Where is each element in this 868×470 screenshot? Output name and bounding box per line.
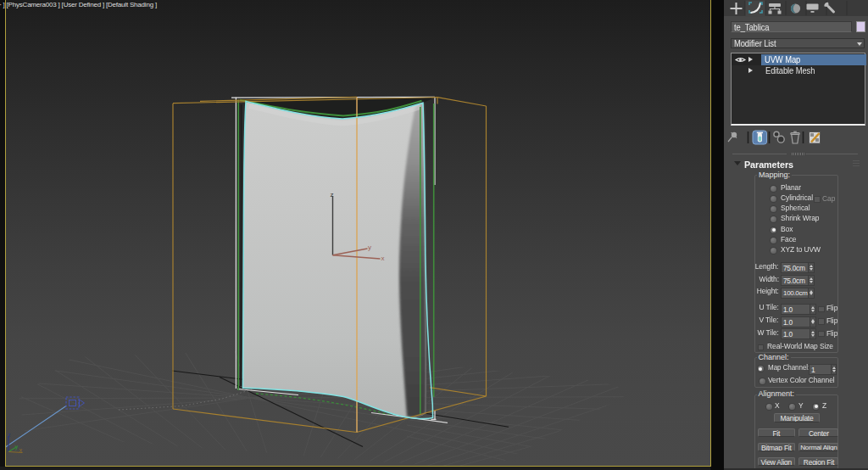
svg-text:z: z	[331, 191, 334, 199]
svg-text:y: y	[15, 443, 19, 450]
svg-text:x: x	[19, 446, 23, 454]
svg-text:x: x	[381, 255, 385, 262]
svg-text:y: y	[368, 243, 371, 251]
svg-text:z: z	[8, 431, 11, 439]
